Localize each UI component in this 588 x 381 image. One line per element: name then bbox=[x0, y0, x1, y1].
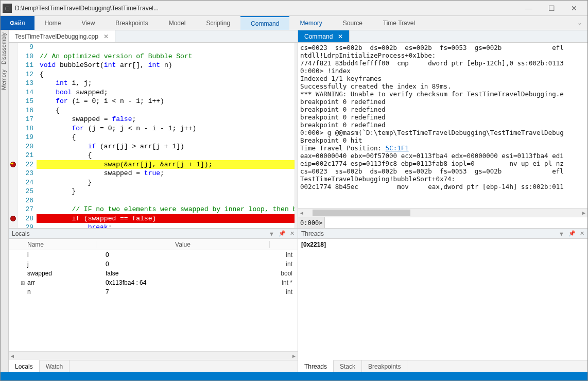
menu-source[interactable]: Source bbox=[333, 16, 373, 30]
line-number: 22 bbox=[18, 160, 33, 169]
code-line[interactable]: if (arr[j] > arr[j + 1]) bbox=[37, 142, 295, 151]
code-line[interactable]: for (i = 0; i < n - 1; i++) bbox=[37, 97, 295, 106]
line-number: 20 bbox=[18, 142, 33, 151]
tab-threads[interactable]: Threads bbox=[298, 360, 334, 372]
source-tab[interactable]: TestTimeTravelDebugging.cpp ✕ bbox=[9, 30, 115, 42]
locals-header: Name Value bbox=[9, 239, 298, 250]
minimap[interactable] bbox=[295, 43, 298, 228]
code-line[interactable] bbox=[37, 196, 295, 205]
sidebar-tab-disassembly[interactable]: Disassembly bbox=[1, 32, 8, 64]
code-line[interactable]: if (swapped == false) bbox=[37, 214, 295, 223]
line-number: 15 bbox=[18, 97, 33, 106]
code-line[interactable]: { bbox=[37, 151, 295, 160]
var-value: 0 bbox=[106, 251, 270, 258]
menu-breakpoints[interactable]: Breakpoints bbox=[105, 16, 158, 30]
var-value: false bbox=[106, 270, 270, 277]
code-line[interactable]: int i, j; bbox=[37, 79, 295, 88]
line-number: 12 bbox=[18, 70, 33, 79]
menu-model[interactable]: Model bbox=[159, 16, 196, 30]
locals-tabs: LocalsWatch bbox=[9, 360, 298, 372]
dropdown-icon[interactable]: ▼ bbox=[559, 231, 564, 237]
menu-scripting[interactable]: Scripting bbox=[196, 16, 240, 30]
code-line[interactable]: void bubbleSort(int arr[], int n) bbox=[37, 61, 295, 70]
var-value: 0 bbox=[106, 261, 270, 268]
menu-home[interactable]: Home bbox=[34, 16, 72, 30]
tab-stack[interactable]: Stack bbox=[334, 360, 362, 372]
menubar-overflow-icon[interactable]: ⌄ bbox=[577, 19, 582, 26]
code-line[interactable]: // IF no two elements were swapped by in… bbox=[37, 205, 295, 214]
code-line[interactable]: { bbox=[37, 133, 295, 142]
code-line[interactable]: { bbox=[37, 106, 295, 115]
locals-title: Locals bbox=[12, 230, 30, 237]
line-number: 26 bbox=[18, 196, 33, 205]
line-number: 17 bbox=[18, 115, 33, 124]
locals-row[interactable]: i0int bbox=[9, 250, 298, 259]
var-value: 7 bbox=[106, 288, 270, 296]
menu-time-travel[interactable]: Time Travel bbox=[373, 16, 425, 30]
line-number: 9 bbox=[18, 43, 33, 52]
maximize-button[interactable]: ☐ bbox=[540, 1, 563, 15]
var-name: swapped bbox=[26, 270, 106, 277]
code-editor[interactable]: 9101112131415161718192021222324252627282… bbox=[9, 43, 298, 228]
minimize-button[interactable]: — bbox=[517, 1, 540, 15]
line-number: 13 bbox=[18, 79, 33, 88]
threads-title: Threads bbox=[301, 230, 324, 237]
source-tab-label: TestTimeTravelDebugging.cpp bbox=[15, 33, 98, 40]
threads-list[interactable]: [0x2218] bbox=[298, 239, 587, 360]
command-input[interactable] bbox=[325, 217, 587, 228]
command-pane: Command ✕ cs=0023 ss=002b ds=002b es=002… bbox=[298, 30, 587, 228]
breakpoint-icon[interactable] bbox=[10, 216, 16, 221]
var-type: bool bbox=[270, 270, 298, 277]
locals-row[interactable]: ⊞arr0x113fba4 : 64int * bbox=[9, 278, 298, 287]
tab-watch[interactable]: Watch bbox=[40, 360, 70, 372]
locals-row[interactable]: j0int bbox=[9, 259, 298, 269]
code-line[interactable]: bool swapped; bbox=[37, 88, 295, 97]
code-line[interactable]: } bbox=[37, 178, 295, 187]
dropdown-icon[interactable]: ▼ bbox=[269, 231, 274, 237]
pin-icon[interactable]: 📌 bbox=[568, 230, 576, 237]
locals-row[interactable]: n7int bbox=[9, 287, 298, 297]
menu-view[interactable]: View bbox=[72, 16, 106, 30]
code-line[interactable]: swapped = false; bbox=[37, 115, 295, 124]
close-icon[interactable]: ✕ bbox=[290, 230, 295, 237]
command-output[interactable]: cs=0023 ss=002b ds=002b es=002b fs=0053 … bbox=[298, 43, 587, 208]
sidebar-tab-memory[interactable]: Memory bbox=[1, 70, 8, 90]
code-line[interactable] bbox=[37, 43, 295, 52]
line-number: 24 bbox=[18, 178, 33, 187]
close-icon[interactable]: ✕ bbox=[103, 33, 109, 40]
code-line[interactable]: { bbox=[37, 70, 295, 79]
expand-icon[interactable]: ⊞ bbox=[19, 280, 26, 286]
locals-row[interactable]: swappedfalsebool bbox=[9, 269, 298, 278]
pin-icon[interactable]: 📌 bbox=[279, 230, 286, 237]
code-line[interactable]: // An optimized version of Bubble Sort bbox=[37, 52, 295, 61]
col-name[interactable]: Name bbox=[9, 241, 96, 248]
app-icon: ▢ bbox=[3, 4, 12, 13]
code-line[interactable]: swapped = true; bbox=[37, 169, 295, 178]
menu-file[interactable]: Файл bbox=[1, 16, 34, 30]
tab-breakpoints[interactable]: Breakpoints bbox=[362, 360, 407, 372]
menu-command[interactable]: Command bbox=[240, 16, 289, 30]
close-icon[interactable]: ✕ bbox=[338, 33, 343, 40]
tab-locals[interactable]: Locals bbox=[9, 360, 40, 372]
command-hscroll[interactable]: ◄► bbox=[298, 208, 587, 217]
var-name: arr bbox=[26, 279, 106, 286]
code-line[interactable]: swap(&arr[j], &arr[j + 1]); bbox=[37, 160, 295, 169]
command-tab[interactable]: Command ✕ bbox=[298, 30, 350, 42]
code-line[interactable]: for (j = 0; j < n - i - 1; j++) bbox=[37, 124, 295, 133]
menu-memory[interactable]: Memory bbox=[289, 16, 332, 30]
current-line-icon[interactable] bbox=[10, 162, 16, 167]
line-number: 29 bbox=[18, 223, 33, 228]
code-line[interactable]: break; bbox=[37, 223, 295, 228]
line-number: 23 bbox=[18, 169, 33, 178]
line-number: 16 bbox=[18, 106, 33, 115]
locals-hscroll[interactable]: ◄► bbox=[9, 351, 298, 360]
line-number: 28 bbox=[18, 214, 33, 223]
close-button[interactable]: ✕ bbox=[563, 1, 585, 15]
line-number: 10 bbox=[18, 52, 33, 61]
code-line[interactable]: } bbox=[37, 187, 295, 196]
col-value[interactable]: Value bbox=[96, 241, 270, 248]
close-icon[interactable]: ✕ bbox=[580, 230, 584, 237]
var-value: 0x113fba4 : 64 bbox=[106, 279, 270, 286]
var-type: int bbox=[270, 251, 298, 258]
var-type: int * bbox=[270, 279, 298, 286]
